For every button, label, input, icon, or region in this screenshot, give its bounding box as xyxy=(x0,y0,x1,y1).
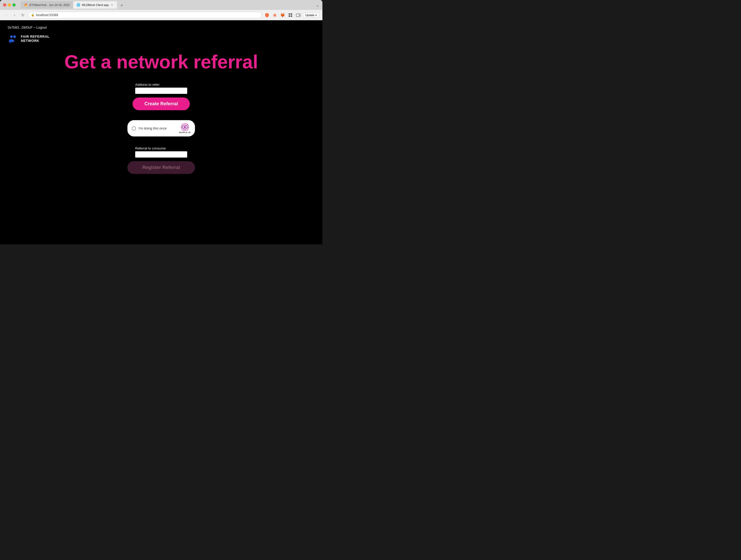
main-heading: Get a network referral xyxy=(8,52,315,72)
tab-ethnewyork[interactable]: 🔥 ETHNewYork - Jun 24-26, 2022 xyxy=(21,1,73,9)
world-id-left: I'm doing this once xyxy=(132,126,167,131)
wallet-address-text: 0x7b83...Dbf3cF – Logout xyxy=(8,25,47,29)
world-id-logo-icon xyxy=(181,123,189,131)
minimize-window-button[interactable] xyxy=(8,3,11,6)
secure-icon: 🔒 xyxy=(31,13,35,17)
close-window-button[interactable] xyxy=(3,3,6,6)
svg-rect-2 xyxy=(289,13,290,15)
svg-rect-5 xyxy=(291,15,292,17)
svg-text:🦊: 🦊 xyxy=(280,13,285,18)
extensions-icon[interactable] xyxy=(287,12,293,18)
tab-wldmock[interactable]: 🌐 WLDMock Client app ✕ xyxy=(73,1,117,9)
tab-favicon-ethnewyork: 🔥 xyxy=(24,3,28,7)
traffic-lights xyxy=(3,3,16,6)
wallet-icon[interactable] xyxy=(295,12,301,18)
svg-point-9 xyxy=(13,36,16,38)
extensions-area: 🦊 Update ≡ xyxy=(264,12,319,18)
tab-close-wldmock[interactable]: ✕ xyxy=(110,3,114,7)
register-referral-button[interactable]: Register Referral xyxy=(127,161,195,174)
refresh-button[interactable]: ↻ xyxy=(20,12,26,18)
svg-rect-7 xyxy=(299,15,300,16)
logo-area: FAIR REFERRAL NETWORK xyxy=(8,33,315,44)
world-id-logo: WORLD ID xyxy=(179,123,191,134)
world-id-button[interactable]: I'm doing this once WORLD ID xyxy=(127,120,195,137)
metamask-icon[interactable]: 🦊 xyxy=(279,12,286,18)
tabs-area: 🔥 ETHNewYork - Jun 24-26, 2022 🌐 WLDMock… xyxy=(21,1,314,9)
forward-button[interactable]: › xyxy=(11,12,18,18)
svg-point-8 xyxy=(10,36,13,38)
world-id-label-text: WORLD ID xyxy=(179,131,191,134)
address-field-group: Address to refer: xyxy=(135,83,187,94)
tab-favicon-wldmock: 🌐 xyxy=(76,3,80,7)
referral-input[interactable] xyxy=(135,151,187,157)
world-id-text: I'm doing this once xyxy=(139,126,167,130)
logo-icon xyxy=(8,33,18,44)
logo-text: FAIR REFERRAL NETWORK xyxy=(21,34,50,43)
referral-label: Referral to consume: xyxy=(135,146,187,150)
brave-shield-icon[interactable] xyxy=(264,12,270,18)
tab-label-wldmock: WLDMock Client app xyxy=(82,3,109,6)
top-bar: 0x7b83...Dbf3cF – Logout xyxy=(8,25,315,29)
address-input[interactable] xyxy=(135,88,187,94)
maximize-window-button[interactable] xyxy=(12,3,16,6)
svg-rect-3 xyxy=(291,13,292,15)
svg-rect-10 xyxy=(10,41,11,43)
tab-label-ethnewyork: ETHNewYork - Jun 24-26, 2022 xyxy=(29,3,70,6)
address-text: localhost:53389 xyxy=(36,13,58,17)
svg-point-13 xyxy=(184,126,186,128)
svg-point-14 xyxy=(187,124,188,125)
title-bar: 🔥 ETHNewYork - Jun 24-26, 2022 🌐 WLDMock… xyxy=(0,0,322,10)
radio-icon xyxy=(132,126,136,131)
svg-rect-4 xyxy=(289,15,290,17)
address-bar[interactable]: 🔒 localhost:53389 xyxy=(28,12,262,18)
browser-chrome: 🔥 ETHNewYork - Jun 24-26, 2022 🌐 WLDMock… xyxy=(0,0,322,244)
new-tab-button[interactable]: + xyxy=(119,2,125,9)
referral-field-group: Referral to consume: xyxy=(135,146,187,157)
back-button[interactable]: ‹ xyxy=(3,12,9,18)
svg-marker-0 xyxy=(273,13,277,17)
page-content: 0x7b83...Dbf3cF – Logout FAIR REFERRAL N… xyxy=(0,20,322,244)
form-section: Address to refer: Create Referral I'm do… xyxy=(8,83,315,174)
update-button[interactable]: Update ≡ xyxy=(303,13,319,17)
address-label: Address to refer: xyxy=(135,83,187,86)
nav-bar: ‹ › ↻ 🔒 localhost:53389 🦊 xyxy=(0,10,322,20)
window-controls: ⌄ xyxy=(316,3,319,8)
brave-rewards-icon[interactable] xyxy=(272,12,278,18)
create-referral-button[interactable]: Create Referral xyxy=(133,97,190,110)
